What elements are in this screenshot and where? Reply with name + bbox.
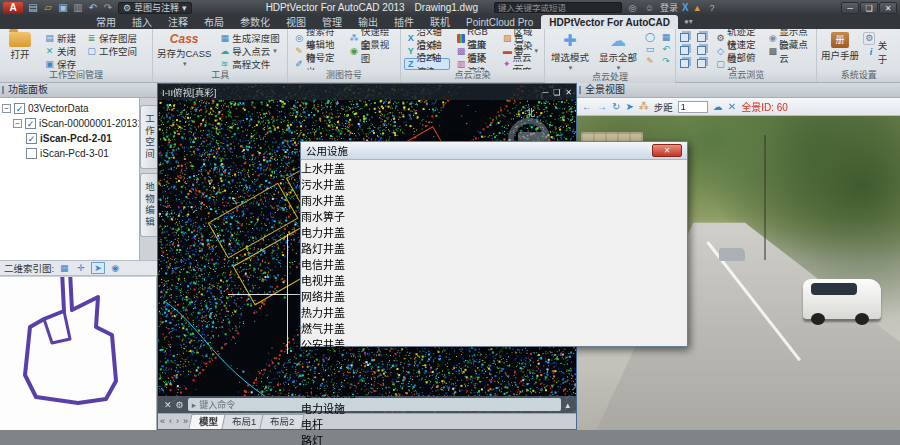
list-item[interactable]: 热力井盖 xyxy=(301,304,687,320)
checkbox-unchecked-icon[interactable] xyxy=(26,148,37,159)
trajectory-index-map[interactable] xyxy=(0,277,157,430)
list-item[interactable]: 雨水井盖 xyxy=(301,192,687,208)
show-all-button[interactable]: ☁ 显示全部 xyxy=(596,31,640,72)
cmd-recent-icon[interactable]: ▸ xyxy=(192,400,197,410)
prev-layout-icon[interactable]: ‹ xyxy=(167,414,174,429)
tab-layout[interactable]: 布局 xyxy=(196,15,232,29)
workspace-switcher[interactable]: ⚙ 草图与注释 ▾ xyxy=(118,2,192,14)
view-cube-icon[interactable] xyxy=(680,59,689,68)
plot-icon[interactable]: ▥ xyxy=(72,2,84,14)
list-item[interactable]: 电信井盖 xyxy=(301,256,687,272)
expand-icon[interactable] xyxy=(2,104,11,113)
step-input[interactable] xyxy=(678,101,708,113)
window-close-button[interactable]: ✕ xyxy=(879,2,897,14)
tree-item-vectordata[interactable]: 03VectorData xyxy=(2,101,139,116)
cmd-customize-icon[interactable]: ⚙ xyxy=(176,400,184,410)
list-item[interactable]: 路灯 xyxy=(301,432,687,445)
user-manual-button[interactable]: 册 用户手册 xyxy=(820,31,859,62)
expand-icon[interactable] xyxy=(13,119,22,128)
tab-home[interactable]: 常用 xyxy=(88,15,124,29)
rect-select-icon[interactable]: ▭ xyxy=(644,44,656,55)
undo-select-icon[interactable]: ↶ xyxy=(660,44,672,55)
grid-select-icon[interactable]: ▦ xyxy=(660,32,672,43)
symbol-define-button[interactable]: ✐符号定义 xyxy=(291,58,342,70)
vtab-workspace[interactable]: 工作空间 xyxy=(140,105,157,169)
render-cycle-button[interactable]: ▥循环渲染 xyxy=(454,58,496,70)
view-cube-icon[interactable] xyxy=(697,46,706,55)
view-minimize-icon[interactable]: ─ xyxy=(542,88,548,97)
list-item[interactable]: 公安井盖 xyxy=(301,336,687,352)
view-maximize-icon[interactable]: ❏ xyxy=(553,88,560,97)
list-item[interactable]: 消防设施 xyxy=(301,352,687,368)
list-item[interactable]: 燃气井盖 xyxy=(301,320,687,336)
view-cube-icon[interactable] xyxy=(697,59,706,68)
next-layout-icon[interactable]: › xyxy=(174,414,181,429)
panorama-view-button[interactable]: ◉全景视图 xyxy=(346,45,397,57)
ribbon-options-icon[interactable]: ●▾ xyxy=(684,15,693,29)
elevation-file-button[interactable]: ≋高程文件 xyxy=(216,58,283,70)
cloud-density-button[interactable]: ✦点云密度 xyxy=(500,58,541,70)
list-item[interactable]: 电线交接箱 xyxy=(301,384,687,400)
pano-close-icon[interactable]: ✕ xyxy=(728,101,736,112)
vtab-feature-edit[interactable]: 地物编辑 xyxy=(140,173,157,237)
first-layout-icon[interactable]: « xyxy=(158,414,167,429)
save-button[interactable]: ▣保存 xyxy=(41,58,79,70)
pick-arrow-icon[interactable]: ➤ xyxy=(91,262,105,274)
workspace-button[interactable]: ▢工作空间 xyxy=(83,45,140,57)
brush-select-icon[interactable]: ✎ xyxy=(644,56,656,67)
pano-pin-icon[interactable]: ➤ xyxy=(625,101,633,112)
pano-forward-icon[interactable]: → xyxy=(597,101,607,112)
about-button[interactable]: i关于 xyxy=(863,46,897,58)
signin-person-icon[interactable]: ☺ xyxy=(643,3,656,13)
pano-track-icon[interactable]: ⁂ xyxy=(639,101,649,112)
local-topview-button[interactable]: ▢局部俯视 xyxy=(713,58,761,70)
list-item[interactable]: 电视井盖 xyxy=(301,272,687,288)
tab-annotate[interactable]: 注释 xyxy=(160,15,196,29)
list-item[interactable]: 电力井盖 xyxy=(301,224,687,240)
exchange-apps-icon[interactable]: X xyxy=(682,2,689,13)
list-item[interactable]: 上水井盖 xyxy=(301,160,687,176)
undo-icon[interactable]: ↶ xyxy=(87,2,99,14)
pan-hand-icon[interactable]: ✛ xyxy=(74,262,88,274)
window-maximize-button[interactable]: ❏ xyxy=(860,2,878,14)
help-icon[interactable]: ? xyxy=(706,3,719,13)
add-select-mode-button[interactable]: ✚ 增选模式 xyxy=(548,31,592,72)
pano-refresh-icon[interactable]: ↻ xyxy=(612,101,620,112)
autodesk360-icon[interactable]: ▲ xyxy=(693,3,702,13)
open-button[interactable]: 打开 xyxy=(3,31,37,61)
view-cube-icon[interactable] xyxy=(680,33,689,42)
signin-label[interactable]: 登录 xyxy=(660,1,678,14)
window-minimize-button[interactable]: ─ xyxy=(841,2,859,14)
pano-back-icon[interactable]: ← xyxy=(582,101,592,112)
list-item[interactable]: 电杆 xyxy=(301,416,687,432)
tree-item-pcd2[interactable]: iScan-Pcd-2-01 xyxy=(2,131,139,146)
list-item[interactable]: 电力设施 xyxy=(301,400,687,416)
tab-parametric[interactable]: 参数化 xyxy=(232,15,278,29)
list-item[interactable]: 雨水箅子 xyxy=(301,208,687,224)
options-gear-icon[interactable]: ⚙ xyxy=(863,32,875,45)
list-item[interactable]: 网络井盖 xyxy=(301,288,687,304)
checkbox-checked-icon[interactable] xyxy=(26,133,37,144)
save-layer-button[interactable]: ≣保存图层 xyxy=(83,32,140,44)
redo-select-icon[interactable]: ↷ xyxy=(660,56,672,67)
view-cube-icon[interactable] xyxy=(697,33,706,42)
fit-extents-icon[interactable]: ▦ xyxy=(57,262,71,274)
dialog-close-button[interactable]: ✕ xyxy=(652,144,682,157)
checkbox-checked-icon[interactable] xyxy=(25,118,36,129)
autocad-logo-icon[interactable]: A xyxy=(3,2,23,14)
redo-icon[interactable]: ↷ xyxy=(102,2,114,14)
tab-layout2[interactable]: 布局2 xyxy=(260,414,305,429)
search-icon[interactable]: ◎ xyxy=(626,3,639,13)
pano-cloud-icon[interactable]: ☁ xyxy=(713,101,723,112)
import-cloud-button[interactable]: ☁导入点云 xyxy=(216,45,283,57)
open-file-icon[interactable]: ▱ xyxy=(42,2,54,14)
help-search-input[interactable]: 键入关键字或短语 xyxy=(494,2,622,13)
close-button[interactable]: ✕关闭 xyxy=(41,45,79,57)
tree-item-pcd3[interactable]: iScan-Pcd-3-01 xyxy=(2,146,139,161)
list-item[interactable]: 污水井盖 xyxy=(301,176,687,192)
save-as-cass-button[interactable]: Cass 另存为CASS xyxy=(156,31,212,68)
hide-cloud-button[interactable]: ▩隐藏点云 xyxy=(765,45,813,57)
tab-hdptvector[interactable]: HDPtVector For AutoCAD xyxy=(541,15,678,29)
pointcloud-window-titlebar[interactable]: I-II俯视[真彩] ─ ❏ ✕ xyxy=(158,84,576,100)
view-cube-icon[interactable] xyxy=(680,46,689,55)
